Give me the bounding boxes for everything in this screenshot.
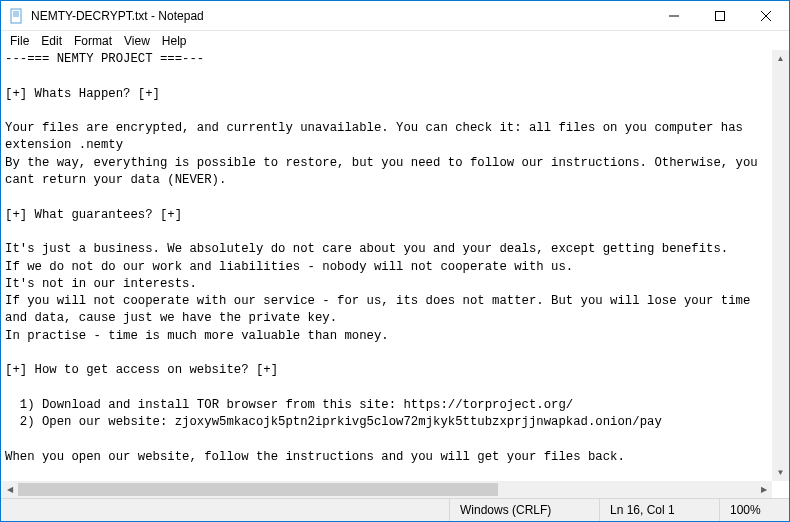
scroll-right-arrow-icon[interactable]: ▶ bbox=[755, 481, 772, 498]
horizontal-scrollbar[interactable]: ◀ ▶ bbox=[1, 481, 772, 498]
scroll-down-arrow-icon[interactable]: ▼ bbox=[772, 464, 789, 481]
menu-file[interactable]: File bbox=[5, 33, 34, 49]
text-content: ---=== NEMTY PROJECT ===--- [+] Whats Ha… bbox=[5, 52, 765, 498]
menubar: File Edit Format View Help bbox=[1, 31, 789, 51]
scroll-left-arrow-icon[interactable]: ◀ bbox=[1, 481, 18, 498]
minimize-button[interactable] bbox=[651, 1, 697, 30]
status-cursor-position: Ln 16, Col 1 bbox=[599, 499, 719, 521]
notepad-icon bbox=[9, 8, 25, 24]
status-line-ending: Windows (CRLF) bbox=[449, 499, 599, 521]
scroll-up-arrow-icon[interactable]: ▲ bbox=[772, 50, 789, 67]
menu-view[interactable]: View bbox=[119, 33, 155, 49]
status-zoom: 100% bbox=[719, 499, 789, 521]
notepad-window: NEMTY-DECRYPT.txt - Notepad File Edit Fo… bbox=[0, 0, 790, 522]
menu-edit[interactable]: Edit bbox=[36, 33, 67, 49]
maximize-button[interactable] bbox=[697, 1, 743, 30]
titlebar: NEMTY-DECRYPT.txt - Notepad bbox=[1, 1, 789, 31]
text-editor[interactable]: ---=== NEMTY PROJECT ===--- [+] Whats Ha… bbox=[1, 51, 789, 498]
window-controls bbox=[651, 1, 789, 30]
close-button[interactable] bbox=[743, 1, 789, 30]
menu-help[interactable]: Help bbox=[157, 33, 192, 49]
horizontal-scroll-thumb[interactable] bbox=[18, 483, 498, 496]
window-title: NEMTY-DECRYPT.txt - Notepad bbox=[31, 9, 651, 23]
statusbar: Windows (CRLF) Ln 16, Col 1 100% bbox=[1, 498, 789, 521]
vertical-scrollbar[interactable]: ▲ ▼ bbox=[772, 50, 789, 481]
menu-format[interactable]: Format bbox=[69, 33, 117, 49]
svg-rect-5 bbox=[716, 11, 725, 20]
